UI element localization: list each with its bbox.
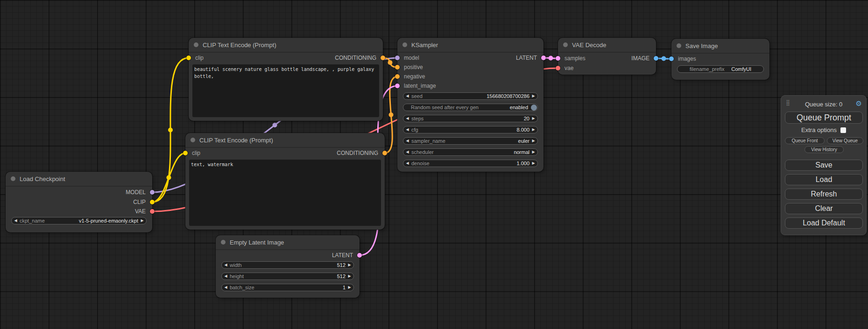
collapse-dot[interactable] xyxy=(11,176,15,181)
prev-value-arrow-icon[interactable]: ◀ xyxy=(403,138,411,144)
node-title-bar[interactable]: CLIP Text Encode (Prompt) xyxy=(185,133,385,148)
widget-label: height xyxy=(230,273,337,280)
next-value-arrow-icon[interactable]: ▶ xyxy=(138,217,146,224)
queue-front-button[interactable]: Queue Front xyxy=(785,137,825,144)
node-title-bar[interactable]: VAE Decode xyxy=(558,38,656,53)
slot-row: samples IMAGE xyxy=(558,54,656,63)
input-slot-samples[interactable] xyxy=(556,56,560,61)
node-title-bar[interactable]: Save Image xyxy=(671,39,769,54)
increment-arrow-icon[interactable]: ▶ xyxy=(529,160,537,167)
node-clip-text-encode-positive[interactable]: CLIP Text Encode (Prompt) clip CONDITION… xyxy=(189,38,383,121)
clear-button[interactable]: Clear xyxy=(785,203,863,214)
input-slot-model[interactable] xyxy=(395,56,400,60)
link-midpoint-dot[interactable] xyxy=(388,60,393,65)
increment-arrow-icon[interactable]: ▶ xyxy=(529,115,537,122)
input-slot-images[interactable] xyxy=(669,56,674,61)
load-button[interactable]: Load xyxy=(785,174,863,185)
widget-denoise[interactable]: ◀ denoise 1.000 ▶ xyxy=(403,160,538,167)
next-value-arrow-icon[interactable]: ▶ xyxy=(529,149,537,155)
increment-arrow-icon[interactable]: ▶ xyxy=(529,93,537,99)
prev-value-arrow-icon[interactable]: ◀ xyxy=(12,217,20,224)
queue-prompt-button[interactable]: Queue Prompt xyxy=(785,112,863,124)
decrement-arrow-icon[interactable]: ◀ xyxy=(222,273,230,280)
widget-scheduler[interactable]: ◀ scheduler normal ▶ xyxy=(403,148,538,156)
refresh-button[interactable]: Refresh xyxy=(785,189,863,200)
decrement-arrow-icon[interactable]: ◀ xyxy=(222,284,230,291)
collapse-dot[interactable] xyxy=(194,42,198,47)
increment-arrow-icon[interactable]: ▶ xyxy=(346,284,353,291)
decrement-arrow-icon[interactable]: ◀ xyxy=(403,126,411,133)
node-save-image[interactable]: Save Image images filename_prefix ComfyU… xyxy=(671,39,769,80)
widget-cfg[interactable]: ◀ cfg 8.000 ▶ xyxy=(403,126,538,133)
save-button[interactable]: Save xyxy=(785,160,863,171)
output-slot-vae[interactable] xyxy=(150,209,155,214)
increment-arrow-icon[interactable]: ▶ xyxy=(529,126,537,133)
node-clip-text-encode-negative[interactable]: CLIP Text Encode (Prompt) clip CONDITION… xyxy=(185,133,385,230)
output-slot-clip[interactable] xyxy=(150,200,155,204)
graph-canvas[interactable]: CLIP Text Encode (Prompt) clip CONDITION… xyxy=(0,0,868,329)
collapse-dot[interactable] xyxy=(563,42,568,47)
widget-height[interactable]: ◀ height 512 ▶ xyxy=(221,273,354,280)
link-midpoint-dot[interactable] xyxy=(389,112,394,117)
input-slot-clip[interactable] xyxy=(183,151,188,155)
node-title-bar[interactable]: Load Checkpoint xyxy=(6,172,152,187)
input-slot-latent-image[interactable] xyxy=(395,84,400,88)
link-midpoint-dot[interactable] xyxy=(549,56,553,61)
collapse-dot[interactable] xyxy=(191,138,195,142)
link-midpoint-dot[interactable] xyxy=(662,56,666,61)
output-slot-model[interactable] xyxy=(150,190,155,195)
toggle-indicator[interactable] xyxy=(531,105,537,111)
decrement-arrow-icon[interactable]: ◀ xyxy=(403,115,411,122)
node-empty-latent-image[interactable]: Empty Latent Image LATENT ◀ width 512 ▶ … xyxy=(216,235,360,298)
widget-ckpt-name[interactable]: ◀ ckpt_name v1-5-pruned-emaonly.ckpt ▶ xyxy=(11,217,147,224)
output-slot-conditioning[interactable] xyxy=(381,56,385,60)
input-slot-positive[interactable] xyxy=(395,65,400,70)
output-slot-latent[interactable] xyxy=(357,253,362,258)
next-value-arrow-icon[interactable]: ▶ xyxy=(529,138,537,144)
output-slot-latent[interactable] xyxy=(541,56,546,60)
node-ksampler[interactable]: KSampler model LATENT positive negative … xyxy=(397,38,543,172)
settings-gear-icon[interactable]: ⚙ xyxy=(856,99,862,108)
node-vae-decode[interactable]: VAE Decode samples IMAGE vae xyxy=(558,38,656,75)
queue-menu-panel: ⣿ Queue size: 0 ⚙ Queue Prompt Extra opt… xyxy=(781,95,867,235)
input-slot-negative[interactable] xyxy=(395,74,400,79)
decrement-arrow-icon[interactable]: ◀ xyxy=(403,160,411,167)
widget-batch-size[interactable]: ◀ batch_size 1 ▶ xyxy=(221,284,354,291)
widget-sampler-name[interactable]: ◀ sampler_name euler ▶ xyxy=(403,137,538,145)
extra-options-checkbox[interactable] xyxy=(840,127,846,133)
widget-seed[interactable]: ◀ seed 156680208700286 ▶ xyxy=(403,92,538,100)
input-slot-clip[interactable] xyxy=(186,56,191,60)
slot-row: clip CONDITIONING xyxy=(189,53,383,63)
node-title: KSampler xyxy=(411,42,438,49)
output-label-image: IMAGE xyxy=(631,55,649,62)
widget-label: steps xyxy=(411,115,524,122)
decrement-arrow-icon[interactable]: ◀ xyxy=(403,93,411,99)
slot-row: positive xyxy=(397,63,543,72)
output-slot-conditioning[interactable] xyxy=(382,151,387,155)
widget-filename-prefix[interactable]: filename_prefix ComfyUI xyxy=(677,65,764,73)
output-slot-image[interactable] xyxy=(654,56,658,61)
decrement-arrow-icon[interactable]: ◀ xyxy=(222,262,230,268)
increment-arrow-icon[interactable]: ▶ xyxy=(346,262,353,268)
node-load-checkpoint[interactable]: Load Checkpoint MODEL CLIP VAE ◀ ckpt_na… xyxy=(6,172,152,232)
increment-arrow-icon[interactable]: ▶ xyxy=(346,273,353,280)
link-midpoint-dot[interactable] xyxy=(168,128,173,133)
node-title-bar[interactable]: KSampler xyxy=(397,38,543,53)
view-queue-button[interactable]: View Queue xyxy=(827,137,863,144)
link-midpoint-dot[interactable] xyxy=(167,175,171,180)
widget-width[interactable]: ◀ width 512 ▶ xyxy=(221,261,354,269)
collapse-dot[interactable] xyxy=(402,42,407,47)
load-default-button[interactable]: Load Default xyxy=(785,217,863,229)
negative-prompt-textarea[interactable]: text, watermark xyxy=(189,160,381,226)
input-slot-vae[interactable] xyxy=(556,66,560,70)
collapse-dot[interactable] xyxy=(221,240,226,245)
node-title-bar[interactable]: Empty Latent Image xyxy=(216,235,360,250)
collapse-dot[interactable] xyxy=(677,43,681,48)
view-history-button[interactable]: View History xyxy=(804,146,844,153)
link-midpoint-dot[interactable] xyxy=(273,123,277,127)
widget-steps[interactable]: ◀ steps 20 ▶ xyxy=(403,115,538,122)
positive-prompt-textarea[interactable]: beautiful scenery nature glass bottle la… xyxy=(192,64,379,117)
widget-random-seed-toggle[interactable]: Random seed after every gen enabled xyxy=(403,104,538,111)
prev-value-arrow-icon[interactable]: ◀ xyxy=(403,149,411,155)
node-title-bar[interactable]: CLIP Text Encode (Prompt) xyxy=(189,38,383,53)
